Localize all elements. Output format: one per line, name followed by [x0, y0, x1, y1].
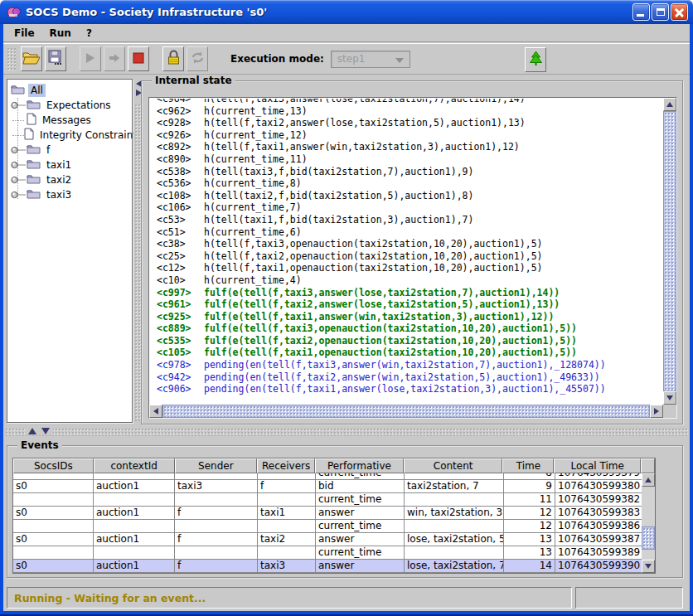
folder-icon: [27, 188, 41, 201]
menu-help[interactable]: ?: [80, 26, 98, 41]
events-cell: win, taxi2station, 3: [405, 507, 504, 520]
events-cell: 1076430599387: [555, 533, 642, 546]
events-cell: 1076430599379: [555, 473, 642, 480]
events-row[interactable]: s0auction1ftaxi2answerlose, taxi2station…: [13, 533, 642, 546]
events-row[interactable]: current_time111076430599382: [13, 493, 642, 507]
open-button[interactable]: [21, 46, 42, 71]
state-line-c38: <c38>h(tell(f,taxi3,openauction(taxi2sta…: [157, 238, 662, 250]
scroll-down-button[interactable]: [663, 391, 676, 405]
events-row[interactable]: s0auction1taxi3fbidtaxi2station, 7910764…: [13, 480, 642, 493]
events-cell: 12: [504, 520, 555, 533]
vertical-scrollbar[interactable]: [663, 98, 676, 405]
state-line-c997: <c997>fulf(e(tell(f,taxi3,answer(lose,ta…: [157, 287, 662, 299]
tree-item-taxi2[interactable]: taxi2: [7, 172, 132, 187]
column-header-receivers[interactable]: Receivers: [257, 458, 315, 473]
events-scrollbar-thumb[interactable]: [642, 526, 655, 550]
vertical-scrollbar-thumb[interactable]: [663, 111, 676, 391]
open-folder-icon: [22, 51, 41, 67]
state-line-c962: <c962>h(current_time,13): [157, 105, 662, 118]
tree-item-taxi1[interactable]: taxi1: [7, 158, 132, 172]
column-header-socsids[interactable]: SocsIDs: [13, 458, 94, 473]
column-header-contextid[interactable]: contextId: [94, 458, 175, 473]
column-header-sender[interactable]: Sender: [175, 458, 258, 473]
events-row[interactable]: s0auction1ftaxi1answerwin, taxi2station,…: [13, 507, 642, 520]
scroll-up-button[interactable]: [642, 473, 655, 487]
events-cell: [258, 473, 316, 480]
events-cell: current_time: [316, 473, 405, 480]
internal-state-textarea[interactable]: <c964>h(tell(f,taxi3,answer(lose,taxi2st…: [150, 99, 662, 404]
arrow-left-icon: [153, 408, 158, 415]
lock-icon: [167, 50, 181, 68]
society-tree-button[interactable]: [525, 47, 546, 72]
menu-run[interactable]: Run: [44, 26, 77, 41]
events-cell: [13, 546, 94, 560]
save-button[interactable]: [45, 46, 66, 71]
expand-knob-icon[interactable]: [11, 191, 27, 199]
expand-knob-icon[interactable]: [11, 146, 27, 154]
state-line-text: fulf(e(tell(f,taxi2,answer(lose,taxi2sta…: [204, 298, 560, 310]
events-cell: [258, 546, 316, 560]
state-line-text: fulf(e(tell(f,taxi3,answer(lose,taxi2sta…: [204, 287, 560, 298]
tree-item-messages[interactable]: Messages: [7, 113, 132, 128]
tree-item-all[interactable]: All: [7, 83, 132, 98]
events-row[interactable]: current_time131076430599389: [13, 546, 642, 560]
horizontal-split-divider[interactable]: [3, 426, 690, 438]
column-header-content[interactable]: Content: [404, 458, 503, 473]
refresh-icon: [191, 51, 205, 66]
minimize-icon: [637, 14, 644, 17]
scroll-left-button[interactable]: [149, 405, 162, 418]
column-header-time[interactable]: Time: [502, 458, 554, 473]
internal-state-scrollpane: <c964>h(tell(f,taxi3,answer(lose,taxi2st…: [148, 97, 677, 419]
lock-button[interactable]: [162, 46, 184, 71]
events-cell: answer: [316, 507, 405, 520]
tree-item-integrity-constraints[interactable]: Integrity Constraints: [7, 128, 132, 143]
stop-button[interactable]: [128, 46, 149, 71]
minimize-button[interactable]: [632, 3, 650, 21]
app-icon: [7, 6, 22, 19]
expand-knob-icon[interactable]: [11, 161, 27, 169]
events-cell: [13, 473, 94, 480]
state-line-c53: <c53>h(tell(taxi1,f,bid(taxi2station,3),…: [157, 214, 662, 226]
scroll-down-button[interactable]: [642, 560, 655, 573]
collapse-up-icon[interactable]: [28, 428, 36, 434]
tree-item-f[interactable]: f: [7, 143, 132, 158]
scroll-right-button[interactable]: [650, 405, 663, 418]
events-cell: current_time: [316, 493, 405, 507]
collapse-down-icon[interactable]: [41, 428, 50, 434]
tree-item-taxi3[interactable]: taxi3: [7, 187, 132, 202]
events-row[interactable]: s0auction1ftaxi3answerlose, taxi2station…: [13, 560, 642, 573]
tree-item-expectations[interactable]: Expectations: [7, 98, 132, 113]
column-header-local-time[interactable]: Local Time: [554, 458, 641, 473]
events-row[interactable]: current_time121076430599386: [13, 520, 642, 533]
toolbar-buttons: [21, 46, 211, 71]
state-line-text: pending(en(tell(f,taxi1,answer(lose,taxi…: [204, 383, 606, 395]
title-bar[interactable]: SOCS Demo - Society Infrastructure 's0': [0, 0, 693, 24]
state-line-text: h(tell(f,taxi2,answer(lose,taxi2station,…: [204, 117, 526, 129]
events-vertical-scrollbar[interactable]: [642, 473, 655, 573]
events-row[interactable]: current_time81076430599379: [13, 473, 642, 480]
state-line-code: <c961>: [157, 298, 204, 311]
toolbar-drag-handle[interactable]: [7, 47, 16, 70]
horizontal-scrollbar[interactable]: [149, 405, 663, 418]
folder-icon: [27, 99, 41, 112]
close-button[interactable]: [671, 3, 688, 21]
events-cell: taxi3: [175, 480, 258, 493]
events-cell: [13, 520, 94, 533]
expand-knob-icon[interactable]: [11, 176, 27, 184]
scroll-up-button[interactable]: [663, 98, 676, 111]
folder-icon: [27, 143, 41, 157]
execution-mode-label: Execution mode:: [230, 53, 324, 65]
folder-icon: [27, 158, 41, 172]
state-line-c926: <c926>h(current_time,12): [157, 129, 662, 142]
events-cell: [94, 520, 175, 533]
column-header-performative[interactable]: Performative: [315, 458, 404, 473]
events-cell: [405, 493, 504, 507]
horizontal-scrollbar-thumb[interactable]: [162, 405, 650, 418]
expand-knob-icon[interactable]: [11, 101, 27, 109]
menu-file[interactable]: File: [8, 26, 41, 41]
state-line-code: <c25>: [157, 250, 204, 263]
state-line-text: fulf(e(tell(f,taxi1,openauction(taxi2sta…: [204, 347, 577, 358]
maximize-button[interactable]: [652, 3, 669, 21]
state-line-code: <c942>: [157, 371, 204, 384]
events-cell: current_time: [316, 520, 405, 533]
